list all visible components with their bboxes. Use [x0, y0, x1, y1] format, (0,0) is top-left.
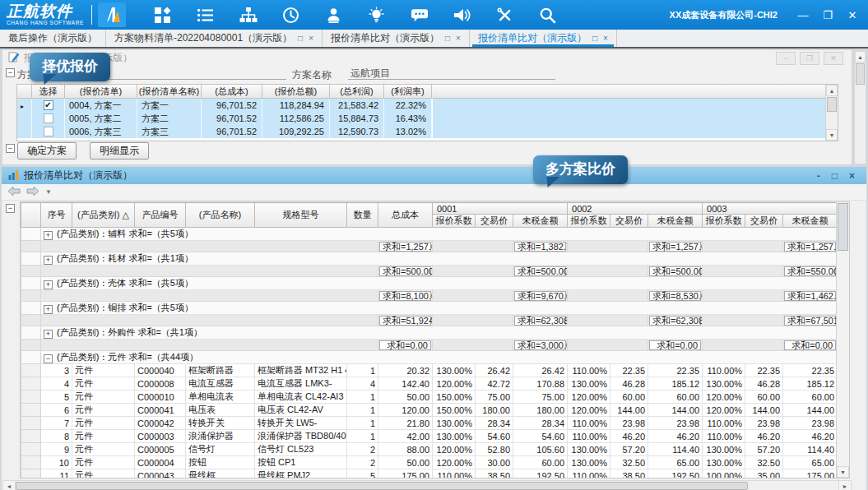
outer-scrollbar[interactable]: ▲: [854, 50, 866, 164]
back-icon[interactable]: [7, 186, 21, 198]
row-selector[interactable]: [21, 228, 41, 241]
header-coef[interactable]: 报价系数: [433, 215, 476, 228]
checkbox-checked[interactable]: [44, 100, 53, 110]
modules-icon[interactable]: [154, 6, 172, 24]
header-price[interactable]: 交易价: [745, 215, 783, 228]
row-selector[interactable]: [21, 277, 41, 290]
plan-row[interactable]: 0005, 方案二 方案二 96,701.52 112,586.25 15,88…: [17, 112, 838, 125]
org-structure-icon[interactable]: [239, 6, 258, 24]
scroll-left-icon[interactable]: ◄: [3, 481, 16, 490]
close-icon[interactable]: ×: [603, 34, 608, 43]
detail-row[interactable]: 6 元件 C000041 电压表 电压表 CL42-AV 1 120.00 15…: [21, 404, 838, 417]
header-price[interactable]: 交易价: [610, 215, 648, 228]
row-selector[interactable]: [21, 443, 41, 456]
category-row[interactable]: +(产品类别)：外购件 求和=（共1项）: [21, 326, 838, 340]
header-scheme-0003[interactable]: 0003: [703, 203, 838, 215]
close-button[interactable]: ✕: [824, 52, 843, 65]
header-quote-total[interactable]: (报价总额): [262, 85, 330, 99]
header-scheme-0002[interactable]: 0002: [568, 203, 703, 215]
checkbox-unchecked[interactable]: [44, 127, 53, 136]
checkbox-unchecked[interactable]: [44, 113, 53, 123]
row-selector[interactable]: [21, 417, 41, 430]
close-icon[interactable]: ×: [309, 34, 313, 43]
header-qty[interactable]: 数量: [347, 203, 378, 228]
category-row[interactable]: +(产品类别)：壳体 求和=（共5项）: [21, 277, 838, 290]
scroll-down-icon[interactable]: ▼: [826, 129, 838, 141]
detail-row[interactable]: 11 元件 C000043 母线框 母线框 PMJ2 5 175.00 110.…: [21, 469, 838, 479]
bom-field-input[interactable]: [100, 67, 286, 80]
plan-table-scrollbar[interactable]: ▲ ▼: [825, 85, 838, 141]
row-selector[interactable]: [21, 469, 41, 479]
confirm-plan-button[interactable]: 确定方案: [17, 142, 77, 159]
detail-row[interactable]: 4 元件 C000008 电流互感器 电流互感器 LMK3- 4 142.40 …: [21, 377, 838, 391]
expand-icon[interactable]: +: [44, 231, 53, 240]
detail-row[interactable]: 3 元件 C000040 框架断路器 框架断路器 MT32 H1 4P F 1 …: [21, 364, 838, 377]
scroll-thumb[interactable]: [838, 203, 848, 251]
category-row[interactable]: +(产品类别)：铜排 求和=（共5项）: [21, 302, 838, 315]
header-seq[interactable]: 序号: [41, 203, 72, 228]
detail-row[interactable]: 8 元件 C000003 浪涌保护器 浪涌保护器 TBD80/400 1 42.…: [21, 430, 838, 443]
message-icon[interactable]: [411, 6, 429, 24]
header-amount[interactable]: 未税金额: [783, 215, 838, 228]
user-icon[interactable]: [325, 6, 343, 24]
tab-quote-compare-1[interactable]: 报价清单比对（演示版） □ ×: [323, 30, 470, 47]
row-selector[interactable]: [21, 391, 41, 404]
comparison-vertical-scrollbar[interactable]: ▼: [836, 202, 849, 478]
header-price[interactable]: 交易价: [476, 215, 513, 228]
expand-icon[interactable]: +: [44, 305, 53, 314]
scroll-up-icon[interactable]: ▲: [826, 85, 838, 96]
collapse-icon[interactable]: −: [6, 204, 15, 213]
tools-icon[interactable]: [496, 6, 514, 24]
search-icon[interactable]: [539, 6, 557, 24]
tab-last-operation[interactable]: 最后操作（演示版）: [0, 30, 106, 47]
row-selector[interactable]: [21, 404, 41, 417]
restore-icon[interactable]: □: [592, 34, 597, 43]
detail-row[interactable]: 9 元件 C000005 信号灯 信号灯 CL523 2 88.00 120.0…: [21, 443, 838, 456]
row-selector[interactable]: [21, 377, 41, 391]
dropdown-caret-icon[interactable]: ▼: [45, 188, 52, 196]
row-selector[interactable]: [21, 364, 41, 377]
minimize-button[interactable]: -: [817, 170, 820, 182]
row-selector[interactable]: [21, 351, 41, 364]
plan-row[interactable]: 0006, 方案三 方案三 96,701.52 109,292.25 12,59…: [17, 125, 838, 138]
forward-icon[interactable]: [26, 186, 39, 198]
collapse-icon[interactable]: −: [44, 354, 53, 363]
row-selector[interactable]: [21, 315, 41, 326]
maximize-button[interactable]: ❐: [817, 6, 838, 24]
row-selector[interactable]: [21, 252, 41, 266]
tab-quote-compare-2[interactable]: 报价清单比对（演示版） □ ×: [470, 30, 617, 47]
header-total-cost[interactable]: (总成本): [202, 85, 262, 99]
header-coef[interactable]: 报价系数: [703, 215, 745, 228]
row-selector[interactable]: [21, 430, 41, 443]
announcement-icon[interactable]: [453, 6, 471, 24]
header-amount[interactable]: 未税金额: [513, 215, 568, 228]
detail-row[interactable]: 10 元件 C000004 按钮 按钮 CP1 2 50.00 120.00% …: [21, 456, 838, 469]
header-coef[interactable]: 报价系数: [568, 215, 610, 228]
scroll-up-icon[interactable]: ▲: [855, 51, 866, 62]
close-button[interactable]: ×: [849, 170, 855, 182]
category-row[interactable]: +(产品类别)：耗材 求和=（共1项）: [21, 252, 838, 266]
maximize-button[interactable]: ❐: [800, 52, 819, 65]
category-row-expanded[interactable]: −(产品类别)：元件 求和=（共44项）: [21, 351, 838, 364]
scroll-thumb[interactable]: [827, 97, 837, 112]
idea-icon[interactable]: [368, 6, 386, 24]
detail-row[interactable]: 7 元件 C000042 转换开关 转换开关 LW5- 1 21.80 130.…: [21, 417, 838, 430]
detail-row[interactable]: 5 元件 C000010 单相电流表 单相电流表 CL42-AI3 1 50.0…: [21, 391, 838, 404]
header-total-profit[interactable]: (总利润): [330, 85, 384, 99]
close-icon[interactable]: ×: [456, 34, 461, 43]
close-button[interactable]: ✕: [842, 6, 863, 24]
restore-icon[interactable]: □: [445, 34, 450, 43]
row-selector[interactable]: [21, 290, 41, 302]
header-profit-rate[interactable]: (利润率): [384, 85, 432, 99]
schedule-icon[interactable]: [282, 6, 300, 24]
row-selector[interactable]: [21, 266, 41, 277]
scroll-thumb[interactable]: [16, 482, 748, 490]
minimize-button[interactable]: –: [776, 52, 796, 65]
expand-icon[interactable]: +: [44, 280, 53, 289]
header-cost[interactable]: 总成本: [378, 203, 433, 228]
comparison-horizontal-scrollbar[interactable]: ◄ ►: [2, 480, 852, 490]
plan-row[interactable]: ▸ 0004, 方案一 方案一 96,701.52 118,284.94 21,…: [17, 99, 838, 112]
row-selector[interactable]: [21, 456, 41, 469]
row-selector[interactable]: [21, 326, 41, 340]
tab-bom-list[interactable]: 方案物料清单-202204080001（演示版） □ ×: [106, 30, 323, 47]
